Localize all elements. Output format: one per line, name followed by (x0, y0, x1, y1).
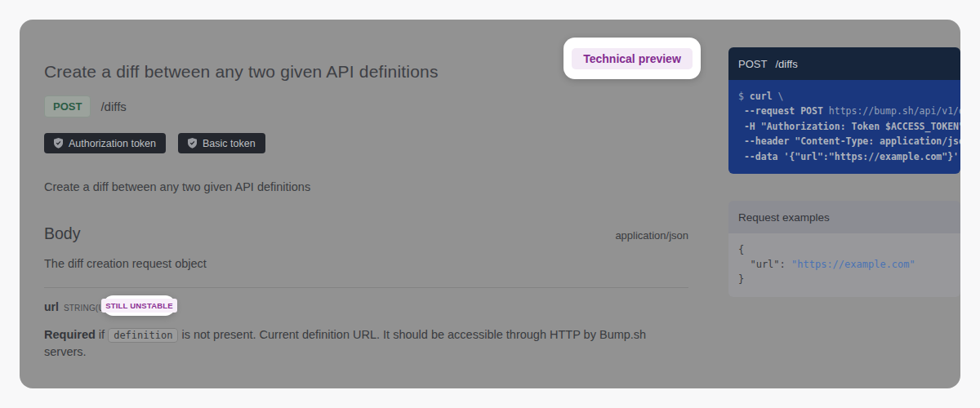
curl-code-line: $ curl \ (738, 89, 951, 104)
technical-preview-spotlight: Technical preview (564, 38, 701, 79)
property-doc-pre: if (96, 328, 108, 341)
request-examples-panel: Request examples { "url": "https://examp… (728, 201, 960, 297)
curl-panel-header: POST /diffs (728, 47, 960, 80)
request-examples-json: { "url": "https://example.com"} (728, 233, 960, 297)
curl-code-block: $ curl \ --request POST https://bump.sh/… (728, 80, 960, 174)
auth-chip-label: Basic token (203, 138, 256, 149)
auth-chip-authorization-token[interactable]: Authorization token (44, 133, 166, 153)
json-example-line: "url": "https://example.com" (738, 257, 951, 272)
section-divider (44, 287, 688, 288)
curl-code-line: --request POST https://bump.sh/api/v1/di… (738, 104, 951, 118)
endpoint-path: /diffs (100, 100, 126, 113)
method-badge: POST (44, 95, 91, 118)
curl-panel-method: POST (738, 58, 767, 70)
page-title: Create a diff between any two given API … (44, 62, 439, 82)
shield-check-icon (54, 138, 63, 149)
body-section-subtitle: The diff creation request object (44, 257, 207, 270)
endpoint-row: POST /diffs (44, 95, 127, 118)
shield-check-icon (188, 138, 197, 149)
property-doc: Required if definition is not present. C… (44, 326, 688, 361)
api-doc-card: Create a diff between any two given API … (20, 20, 960, 388)
request-examples-header: Request examples (728, 201, 960, 233)
curl-code-line: -H "Authorization: Token $ACCESS_TOKEN" … (738, 119, 951, 134)
property-doc-code: definition (108, 328, 178, 343)
property-doc-required: Required (44, 328, 96, 341)
json-example-line: } (738, 272, 951, 286)
auth-chip-label: Authorization token (69, 138, 156, 149)
property-name: url (44, 300, 59, 313)
auth-chip-basic-token[interactable]: Basic token (178, 133, 265, 153)
curl-example-panel: POST /diffs $ curl \ --request POST http… (728, 47, 960, 174)
curl-panel-path: /diffs (775, 58, 797, 70)
still-unstable-badge: STILL UNSTABLE (101, 299, 177, 313)
curl-code-line: --header "Content-Type: application/json… (738, 134, 951, 149)
technical-preview-badge[interactable]: Technical preview (572, 48, 693, 69)
endpoint-description: Create a diff between any two given API … (44, 180, 310, 193)
still-unstable-spotlight: STILL UNSTABLE (103, 295, 176, 316)
content-type-label: application/json (615, 229, 688, 242)
json-example-line: { (738, 242, 951, 257)
auth-badges-row: Authorization token Basic token (44, 133, 265, 153)
curl-code-line: --data '{"url":"https://example.com"}' (738, 149, 951, 164)
body-section-heading: Body (44, 224, 80, 243)
